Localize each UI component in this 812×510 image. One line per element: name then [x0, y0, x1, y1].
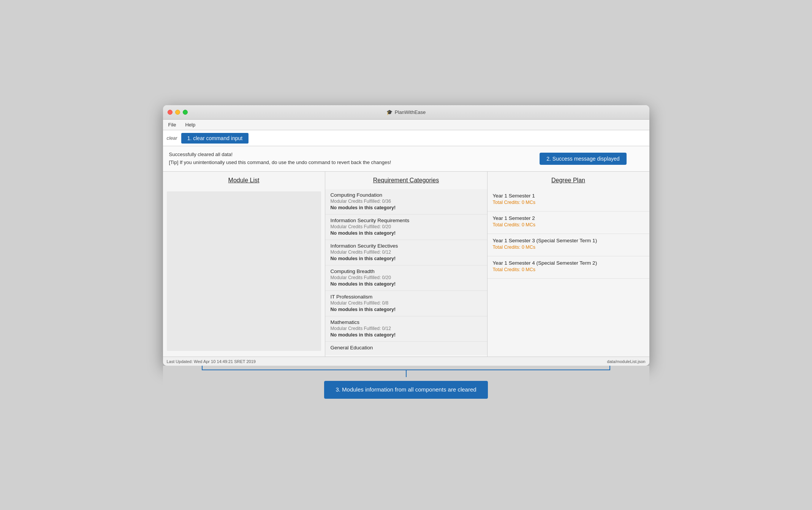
- semester-credits: Total Credits: 0 MCs: [493, 222, 644, 227]
- semester-name: Year 1 Semester 1: [493, 193, 644, 199]
- req-category-item: Computing Breadth Modular Credits Fulfil…: [325, 265, 487, 291]
- main-content: Module List Requirement Categories Compu…: [163, 172, 649, 357]
- req-cat-name: IT Professionalism: [331, 294, 482, 300]
- req-cat-name: General Education: [331, 345, 482, 351]
- title-bar: 🎓 PlanWithEase: [163, 105, 649, 120]
- req-category-item: Information Security Electives Modular C…: [325, 240, 487, 265]
- menu-file[interactable]: File: [167, 121, 178, 128]
- req-category-item: Computing Foundation Modular Credits Ful…: [325, 189, 487, 215]
- title-text: PlanWithEase: [395, 109, 426, 115]
- req-cat-name: Computing Foundation: [331, 192, 482, 198]
- module-list-empty-area: [167, 191, 321, 351]
- semester-name: Year 1 Semester 4 (Special Semester Term…: [493, 260, 644, 266]
- req-cat-credits: Modular Credits Fulfilled: 0/20: [331, 275, 482, 280]
- req-category-item: IT Professionalism Modular Credits Fulfi…: [325, 291, 487, 316]
- command-tag: clear: [167, 135, 177, 141]
- req-cat-credits: Modular Credits Fulfilled: 0/12: [331, 326, 482, 331]
- window-title: 🎓 PlanWithEase: [386, 109, 426, 115]
- semester-credits: Total Credits: 0 MCs: [493, 245, 644, 250]
- req-cat-empty: No modules in this category!: [331, 256, 482, 261]
- req-cat-empty: No modules in this category!: [331, 281, 482, 287]
- bottom-annotation-box: 3. Modules information from all componen…: [324, 381, 488, 399]
- close-button[interactable]: [168, 110, 173, 115]
- degree-plan-panel: Degree Plan Year 1 Semester 1 Total Cred…: [488, 172, 649, 357]
- degree-semester-item: Year 1 Semester 4 (Special Semester Term…: [488, 256, 649, 279]
- semester-name: Year 1 Semester 3 (Special Semester Term…: [493, 238, 644, 243]
- app-window: 🎓 PlanWithEase File Help clear 1. clear …: [163, 105, 649, 366]
- status-left: Last Updated: Wed Apr 10 14:49:21 SRET 2…: [167, 359, 256, 364]
- maximize-button[interactable]: [183, 110, 188, 115]
- success-badge: 2. Success message displayed: [540, 153, 626, 165]
- traffic-lights: [168, 110, 188, 115]
- requirement-categories-content[interactable]: Computing Foundation Modular Credits Ful…: [325, 188, 487, 357]
- minimize-button[interactable]: [175, 110, 180, 115]
- req-cat-credits: Modular Credits Fulfilled: 0/36: [331, 199, 482, 204]
- degree-semester-item: Year 1 Semester 2 Total Credits: 0 MCs: [488, 212, 649, 234]
- semester-credits: Total Credits: 0 MCs: [493, 267, 644, 272]
- req-cat-name: Information Security Electives: [331, 243, 482, 249]
- menu-help[interactable]: Help: [184, 121, 197, 128]
- req-cat-name: Mathematics: [331, 319, 482, 325]
- status-bar: Last Updated: Wed Apr 10 14:49:21 SRET 2…: [163, 357, 649, 366]
- requirement-categories-header: Requirement Categories: [325, 172, 487, 188]
- req-category-item: General Education: [325, 342, 487, 355]
- req-cat-credits: Modular Credits Fulfilled: 0/12: [331, 249, 482, 255]
- req-cat-credits: Modular Credits Fulfilled: 0/8: [331, 300, 482, 306]
- req-cat-empty: No modules in this category!: [331, 332, 482, 338]
- title-icon: 🎓: [386, 109, 393, 115]
- bracket-connector: [163, 366, 649, 377]
- message-area: Successfully cleared all data! [Tip] If …: [163, 146, 649, 172]
- bottom-annotation-container: 3. Modules information from all componen…: [163, 377, 649, 405]
- semester-credits: Total Credits: 0 MCs: [493, 200, 644, 205]
- command-annotation-box: 1. clear command input: [181, 133, 249, 144]
- module-list-content[interactable]: [163, 188, 325, 357]
- req-cat-credits: Modular Credits Fulfilled: 0/20: [331, 224, 482, 229]
- module-list-header: Module List: [163, 172, 325, 188]
- semester-name: Year 1 Semester 2: [493, 215, 644, 221]
- command-bar: clear 1. clear command input: [163, 130, 649, 146]
- req-cat-name: Information Security Requirements: [331, 218, 482, 223]
- req-category-item: Information Security Requirements Modula…: [325, 215, 487, 240]
- status-right: data/moduleList.json: [607, 359, 646, 364]
- req-cat-empty: No modules in this category!: [331, 231, 482, 236]
- req-cat-empty: No modules in this category!: [331, 307, 482, 312]
- degree-semester-item: Year 1 Semester 1 Total Credits: 0 MCs: [488, 189, 649, 212]
- req-cat-name: Computing Breadth: [331, 268, 482, 274]
- req-cat-empty: No modules in this category!: [331, 205, 482, 210]
- degree-semester-item: Year 1 Semester 3 (Special Semester Term…: [488, 234, 649, 256]
- module-list-panel: Module List: [163, 172, 325, 357]
- degree-plan-header: Degree Plan: [488, 172, 649, 188]
- degree-plan-content[interactable]: Year 1 Semester 1 Total Credits: 0 MCs Y…: [488, 188, 649, 357]
- req-category-item: Mathematics Modular Credits Fulfilled: 0…: [325, 316, 487, 342]
- menu-bar: File Help: [163, 120, 649, 130]
- requirement-categories-panel: Requirement Categories Computing Foundat…: [325, 172, 488, 357]
